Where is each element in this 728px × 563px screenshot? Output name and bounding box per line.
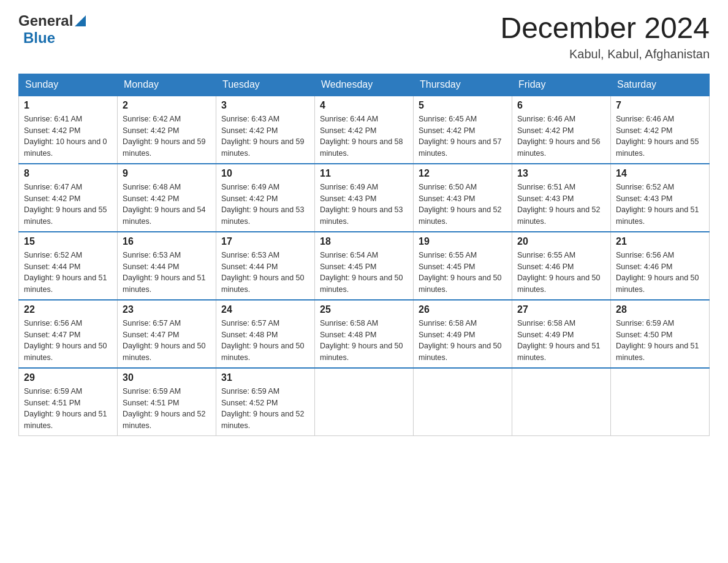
table-row: 22Sunrise: 6:56 AMSunset: 4:47 PMDayligh… (19, 300, 118, 368)
table-row: 30Sunrise: 6:59 AMSunset: 4:51 PMDayligh… (118, 368, 216, 436)
month-title: December 2024 (500, 12, 710, 45)
table-row: 13Sunrise: 6:51 AMSunset: 4:43 PMDayligh… (512, 164, 611, 232)
day-number: 11 (320, 168, 408, 179)
day-info: Sunrise: 6:52 AMSunset: 4:43 PMDaylight:… (616, 182, 704, 228)
week-row-1: 1Sunrise: 6:41 AMSunset: 4:42 PMDaylight… (19, 96, 710, 164)
header-day-thursday: Thursday (414, 74, 512, 96)
day-info: Sunrise: 6:57 AMSunset: 4:47 PMDaylight:… (123, 318, 211, 364)
day-number: 13 (517, 168, 605, 179)
table-row: 18Sunrise: 6:54 AMSunset: 4:45 PMDayligh… (315, 232, 414, 300)
table-row (414, 368, 512, 436)
table-row: 24Sunrise: 6:57 AMSunset: 4:48 PMDayligh… (216, 300, 315, 368)
table-row: 20Sunrise: 6:55 AMSunset: 4:46 PMDayligh… (512, 232, 611, 300)
day-info: Sunrise: 6:58 AMSunset: 4:49 PMDaylight:… (517, 318, 605, 364)
header-day-tuesday: Tuesday (216, 74, 315, 96)
day-info: Sunrise: 6:54 AMSunset: 4:45 PMDaylight:… (320, 250, 408, 296)
page-header: General Blue December 2024 Kabul, Kabul,… (18, 12, 710, 61)
day-info: Sunrise: 6:59 AMSunset: 4:51 PMDaylight:… (24, 386, 112, 432)
location-title: Kabul, Kabul, Afghanistan (500, 47, 710, 61)
table-row (611, 368, 710, 436)
day-info: Sunrise: 6:59 AMSunset: 4:50 PMDaylight:… (616, 318, 704, 364)
day-info: Sunrise: 6:49 AMSunset: 4:43 PMDaylight:… (320, 182, 408, 228)
day-info: Sunrise: 6:59 AMSunset: 4:52 PMDaylight:… (221, 386, 309, 432)
day-info: Sunrise: 6:52 AMSunset: 4:44 PMDaylight:… (24, 250, 112, 296)
day-number: 24 (221, 304, 309, 315)
day-info: Sunrise: 6:53 AMSunset: 4:44 PMDaylight:… (123, 250, 211, 296)
day-info: Sunrise: 6:44 AMSunset: 4:42 PMDaylight:… (320, 113, 408, 159)
day-number: 15 (24, 236, 112, 247)
table-row: 15Sunrise: 6:52 AMSunset: 4:44 PMDayligh… (19, 232, 118, 300)
day-number: 19 (419, 236, 507, 247)
day-number: 8 (24, 168, 112, 179)
day-info: Sunrise: 6:47 AMSunset: 4:42 PMDaylight:… (24, 182, 112, 228)
table-row: 11Sunrise: 6:49 AMSunset: 4:43 PMDayligh… (315, 164, 414, 232)
day-number: 25 (320, 304, 408, 315)
day-number: 2 (123, 100, 211, 111)
day-number: 26 (419, 304, 507, 315)
calendar-table: SundayMondayTuesdayWednesdayThursdayFrid… (18, 74, 710, 436)
table-row: 21Sunrise: 6:56 AMSunset: 4:46 PMDayligh… (611, 232, 710, 300)
day-info: Sunrise: 6:43 AMSunset: 4:42 PMDaylight:… (221, 113, 309, 159)
day-info: Sunrise: 6:45 AMSunset: 4:42 PMDaylight:… (419, 113, 507, 159)
table-row: 12Sunrise: 6:50 AMSunset: 4:43 PMDayligh… (414, 164, 512, 232)
day-info: Sunrise: 6:57 AMSunset: 4:48 PMDaylight:… (221, 318, 309, 364)
day-number: 27 (517, 304, 605, 315)
day-number: 12 (419, 168, 507, 179)
day-number: 10 (221, 168, 309, 179)
day-number: 28 (616, 304, 704, 315)
day-info: Sunrise: 6:58 AMSunset: 4:49 PMDaylight:… (419, 318, 507, 364)
day-number: 29 (24, 372, 112, 383)
day-info: Sunrise: 6:56 AMSunset: 4:47 PMDaylight:… (24, 318, 112, 364)
table-row: 31Sunrise: 6:59 AMSunset: 4:52 PMDayligh… (216, 368, 315, 436)
day-number: 3 (221, 100, 309, 111)
table-row (315, 368, 414, 436)
header-day-sunday: Sunday (19, 74, 118, 96)
day-info: Sunrise: 6:56 AMSunset: 4:46 PMDaylight:… (616, 250, 704, 296)
day-number: 18 (320, 236, 408, 247)
table-row: 27Sunrise: 6:58 AMSunset: 4:49 PMDayligh… (512, 300, 611, 368)
day-info: Sunrise: 6:59 AMSunset: 4:51 PMDaylight:… (123, 386, 211, 432)
day-number: 21 (616, 236, 704, 247)
day-number: 14 (616, 168, 704, 179)
day-info: Sunrise: 6:46 AMSunset: 4:42 PMDaylight:… (517, 113, 605, 159)
header-day-saturday: Saturday (611, 74, 710, 96)
table-row: 23Sunrise: 6:57 AMSunset: 4:47 PMDayligh… (118, 300, 216, 368)
day-number: 17 (221, 236, 309, 247)
week-row-5: 29Sunrise: 6:59 AMSunset: 4:51 PMDayligh… (19, 368, 710, 436)
table-row: 16Sunrise: 6:53 AMSunset: 4:44 PMDayligh… (118, 232, 216, 300)
day-info: Sunrise: 6:58 AMSunset: 4:48 PMDaylight:… (320, 318, 408, 364)
logo: General Blue (18, 12, 86, 47)
day-number: 7 (616, 100, 704, 111)
day-info: Sunrise: 6:48 AMSunset: 4:42 PMDaylight:… (123, 182, 211, 228)
table-row: 1Sunrise: 6:41 AMSunset: 4:42 PMDaylight… (19, 96, 118, 164)
header-row: SundayMondayTuesdayWednesdayThursdayFrid… (19, 74, 710, 96)
table-row: 2Sunrise: 6:42 AMSunset: 4:42 PMDaylight… (118, 96, 216, 164)
week-row-2: 8Sunrise: 6:47 AMSunset: 4:42 PMDaylight… (19, 164, 710, 232)
header-day-wednesday: Wednesday (315, 74, 414, 96)
day-info: Sunrise: 6:41 AMSunset: 4:42 PMDaylight:… (24, 113, 112, 159)
day-info: Sunrise: 6:46 AMSunset: 4:42 PMDaylight:… (616, 113, 704, 159)
table-row: 3Sunrise: 6:43 AMSunset: 4:42 PMDaylight… (216, 96, 315, 164)
day-number: 31 (221, 372, 309, 383)
day-info: Sunrise: 6:55 AMSunset: 4:45 PMDaylight:… (419, 250, 507, 296)
day-info: Sunrise: 6:49 AMSunset: 4:42 PMDaylight:… (221, 182, 309, 228)
day-number: 16 (123, 236, 211, 247)
table-row: 9Sunrise: 6:48 AMSunset: 4:42 PMDaylight… (118, 164, 216, 232)
day-number: 22 (24, 304, 112, 315)
day-number: 6 (517, 100, 605, 111)
table-row: 14Sunrise: 6:52 AMSunset: 4:43 PMDayligh… (611, 164, 710, 232)
logo-general-text: General (18, 12, 73, 29)
day-number: 5 (419, 100, 507, 111)
table-row: 29Sunrise: 6:59 AMSunset: 4:51 PMDayligh… (19, 368, 118, 436)
logo-triangle-icon (75, 13, 86, 26)
week-row-3: 15Sunrise: 6:52 AMSunset: 4:44 PMDayligh… (19, 232, 710, 300)
day-number: 30 (123, 372, 211, 383)
svg-marker-0 (75, 15, 86, 26)
day-info: Sunrise: 6:51 AMSunset: 4:43 PMDaylight:… (517, 182, 605, 228)
day-info: Sunrise: 6:55 AMSunset: 4:46 PMDaylight:… (517, 250, 605, 296)
day-number: 1 (24, 100, 112, 111)
day-info: Sunrise: 6:42 AMSunset: 4:42 PMDaylight:… (123, 113, 211, 159)
header-day-monday: Monday (118, 74, 216, 96)
table-row: 26Sunrise: 6:58 AMSunset: 4:49 PMDayligh… (414, 300, 512, 368)
day-info: Sunrise: 6:50 AMSunset: 4:43 PMDaylight:… (419, 182, 507, 228)
